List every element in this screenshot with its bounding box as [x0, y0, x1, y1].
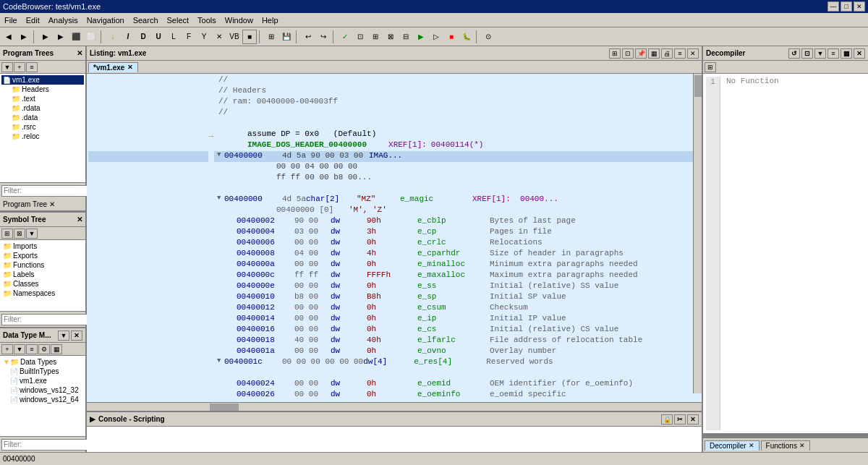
maximize-button[interactable]: □ [841, 1, 852, 12]
symbol-tree-close[interactable]: ✕ [77, 216, 82, 223]
toolbar-run2[interactable]: ▷ [429, 30, 443, 44]
symbol-tree-filter-input[interactable] [1, 314, 98, 325]
sym-exports[interactable]: 📁 Exports [1, 251, 84, 260]
forward-button[interactable]: ▶ [17, 30, 31, 44]
tree-item-data[interactable]: 📁 .data [1, 113, 84, 122]
toolbar-img4[interactable]: ⊟ [399, 30, 413, 44]
dc-tb-1[interactable]: ⊞ [705, 62, 716, 72]
dtm-tb-4[interactable]: ⚙ [38, 344, 50, 354]
tree-item-headers[interactable]: 📁 Headers [1, 85, 84, 94]
dtm-btn-close[interactable]: ✕ [71, 330, 82, 341]
redo-button[interactable]: ↪ [316, 30, 331, 44]
menu-file[interactable]: File [0, 14, 22, 26]
decompiler-tab-decompiler[interactable]: Decompiler ✕ [705, 440, 760, 451]
listing-btn-2[interactable]: ⊡ [622, 48, 634, 59]
tree-item-reloc[interactable]: 📁 .reloc [1, 132, 84, 141]
dtm-winvs12-64[interactable]: 📄 windows_vs12_64 [1, 395, 84, 404]
sym-functions[interactable]: 📁 Functions [1, 260, 84, 270]
program-trees-close[interactable]: ✕ [77, 49, 82, 57]
toolbar-btn-f[interactable]: F [182, 30, 196, 44]
dtm-vm1exe[interactable]: 📄 vm1.exe [1, 376, 84, 385]
st-btn-1[interactable]: ⊞ [1, 229, 13, 239]
toolbar-btn-x[interactable]: ✕ [212, 30, 226, 44]
dtm-datatypes[interactable]: ▼📁 Data Types [1, 357, 84, 367]
collapse-btn[interactable]: ▼ [217, 151, 224, 158]
dtm-tb-5[interactable]: ▦ [51, 344, 62, 354]
back-button[interactable]: ◀ [1, 30, 16, 44]
listing-btn-5[interactable]: 🖨 [661, 48, 673, 59]
close-button[interactable]: ✕ [854, 1, 865, 12]
console-clear-btn[interactable]: ✂ [674, 414, 686, 425]
undo-button[interactable]: ↩ [301, 30, 315, 44]
tree-item-vm1exe[interactable]: 📄 vm1.exe [1, 75, 84, 85]
vertical-scrollbar[interactable] [693, 74, 702, 393]
toolbar-img3[interactable]: ⊠ [383, 30, 398, 44]
console-close-btn[interactable]: ✕ [687, 414, 699, 425]
decompiler-tab-functions[interactable]: Functions ✕ [761, 440, 810, 451]
toolbar-btn-vb[interactable]: VB [227, 30, 242, 44]
program-trees-filter-input[interactable] [1, 185, 98, 197]
sym-labels[interactable]: 📁 Labels [1, 270, 84, 279]
dc-btn-3[interactable]: ▼ [814, 48, 826, 59]
toolbar-stop[interactable]: ■ [444, 30, 459, 44]
pt-btn-3[interactable]: ≡ [26, 62, 38, 72]
res4-collapse[interactable]: ▼ [217, 357, 224, 364]
toolbar-btn-1[interactable]: ▶ [38, 30, 53, 44]
toolbar-btn-save[interactable]: 💾 [279, 30, 294, 44]
dtm-winvs12-32[interactable]: 📄 windows_vs12_32 [1, 385, 84, 395]
toolbar-img2[interactable]: ⊞ [368, 30, 383, 44]
listing-tab-vm1exe[interactable]: *vm1.exe ✕ [88, 62, 138, 72]
menu-tools[interactable]: Tools [193, 14, 221, 26]
dtm-filter-input[interactable] [1, 439, 98, 451]
listing-btn-1[interactable]: ⊞ [609, 48, 621, 59]
toolbar-btn-4[interactable]: ⬜ [84, 30, 98, 44]
sym-namespaces[interactable]: 📁 Namespaces [1, 289, 84, 298]
sym-classes[interactable]: 📁 Classes [1, 279, 84, 289]
menu-search[interactable]: Search [129, 14, 163, 26]
dc-btn-4[interactable]: ≡ [827, 48, 839, 59]
toolbar-btn-l[interactable]: L [166, 30, 181, 44]
horizontal-scrollbar[interactable] [87, 402, 702, 411]
dtm-tb-2[interactable]: ▼ [14, 344, 25, 354]
tree-item-rdata[interactable]: 📁 .rdata [1, 103, 84, 113]
dtm-btn-1[interactable]: ▼ [58, 330, 69, 341]
dc-btn-5[interactable]: ▦ [841, 48, 852, 59]
menu-analysis[interactable]: Analysis [44, 14, 82, 26]
toolbar-btn-d[interactable]: D [136, 30, 150, 44]
toolbar-btn-2[interactable]: ▶ [54, 30, 68, 44]
st-btn-2[interactable]: ⊠ [14, 229, 25, 239]
st-btn-3[interactable]: ▼ [26, 229, 38, 239]
console-content[interactable] [87, 427, 702, 452]
toolbar-img1[interactable]: ⊡ [353, 30, 367, 44]
toolbar-arrow-down[interactable]: ↓ [106, 30, 120, 44]
dtm-tb-1[interactable]: + [1, 344, 13, 354]
sym-imports[interactable]: 📁 Imports [1, 242, 84, 251]
toolbar-btn-snippet[interactable]: ⊞ [264, 30, 278, 44]
toolbar-check[interactable]: ✓ [338, 30, 352, 44]
toolbar-btn-y[interactable]: Y [197, 30, 211, 44]
menu-window[interactable]: Window [221, 14, 258, 26]
scrollbar-thumb[interactable] [694, 75, 702, 97]
dc-close-btn[interactable]: ✕ [854, 48, 865, 59]
toolbar-extra[interactable]: ⊙ [481, 30, 495, 44]
toolbar-btn-b[interactable]: ■ [242, 30, 257, 44]
toolbar-btn-i[interactable]: I [121, 30, 135, 44]
menu-navigation[interactable]: Navigation [82, 14, 129, 26]
minimize-button[interactable]: — [827, 1, 839, 12]
listing-close[interactable]: ✕ [687, 48, 699, 59]
dc-functions-close[interactable]: ✕ [799, 442, 805, 449]
toolbar-debug[interactable]: 🐛 [459, 30, 474, 44]
tab-close-btn[interactable]: ✕ [127, 64, 133, 71]
tree-item-text[interactable]: 📁 .text [1, 94, 84, 103]
listing-btn-snap[interactable]: 📌 [635, 48, 647, 59]
window-controls[interactable]: — □ ✕ [827, 1, 865, 12]
menu-select[interactable]: Select [163, 14, 194, 26]
dc-btn-2[interactable]: ⊡ [801, 48, 813, 59]
pt-btn-1[interactable]: ▼ [1, 62, 13, 72]
menu-help[interactable]: Help [258, 14, 283, 26]
toolbar-btn-u[interactable]: U [151, 30, 166, 44]
toolbar-run[interactable]: ▶ [414, 30, 428, 44]
listing-btn-6[interactable]: ≡ [674, 48, 686, 59]
console-lock-btn[interactable]: 🔒 [661, 414, 673, 425]
pt-btn-2[interactable]: + [14, 62, 25, 72]
